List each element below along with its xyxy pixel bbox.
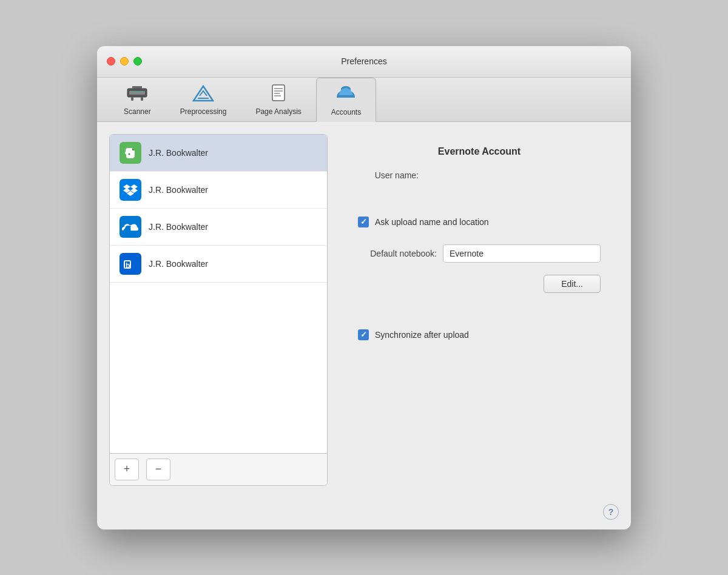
tab-page-analysis[interactable]: Page Analysis [241, 78, 315, 121]
account-detail-panel: Evernote Account User name: ✓ Ask upload… [340, 134, 619, 486]
svg-rect-8 [272, 85, 285, 101]
scanner-icon [126, 84, 148, 105]
account-name-dropbox: J.R. Bookwalter [149, 185, 208, 195]
account-item-dropbox[interactable]: J.R. Bookwalter [110, 172, 327, 209]
sync-checkmark-icon: ✓ [360, 330, 367, 339]
traffic-lights [107, 57, 142, 66]
tab-scanner-label: Scanner [124, 107, 151, 116]
minimize-button[interactable] [120, 57, 129, 66]
window-title: Preferences [341, 56, 386, 66]
checkmark-icon: ✓ [360, 217, 367, 226]
toolbar: Scanner Preprocessing [97, 78, 631, 122]
preferences-window: Preferences Scanner [97, 46, 631, 530]
sync-label: Synchronize after upload [375, 330, 469, 340]
account-name-onedrive: J.R. Bookwalter [149, 222, 208, 232]
default-notebook-row: Default notebook: [358, 244, 601, 263]
sync-after-upload-row[interactable]: ✓ Synchronize after upload [358, 329, 601, 340]
remove-account-button[interactable]: − [146, 459, 170, 480]
help-button[interactable]: ? [603, 504, 619, 520]
account-list: J.R. Bookwalter J.R. Bookwalter [110, 135, 327, 453]
close-button[interactable] [107, 57, 115, 66]
account-item-box[interactable]: b J.R. Bookwalter [110, 246, 327, 283]
accounts-sidebar: J.R. Bookwalter J.R. Bookwalter [109, 134, 328, 486]
svg-point-14 [129, 153, 130, 155]
default-notebook-input[interactable] [443, 244, 601, 263]
svg-rect-1 [129, 91, 145, 95]
dropbox-icon [120, 179, 141, 201]
tab-accounts-label: Accounts [331, 108, 361, 116]
content-area: J.R. Bookwalter J.R. Bookwalter [97, 122, 631, 498]
ask-upload-checkbox[interactable]: ✓ [358, 217, 369, 227]
svg-text:b: b [126, 261, 130, 270]
tab-preprocessing-label: Preprocessing [180, 107, 227, 116]
username-row: User name: [358, 170, 601, 180]
bottom-bar: ? [97, 498, 631, 530]
add-account-button[interactable]: + [115, 459, 139, 480]
sync-checkbox[interactable]: ✓ [358, 329, 369, 340]
svg-rect-4 [141, 97, 143, 101]
sidebar-controls: + − [110, 453, 327, 485]
panel-title: Evernote Account [358, 146, 601, 157]
svg-rect-2 [132, 86, 142, 89]
accounts-icon [334, 84, 357, 106]
maximize-button[interactable] [133, 57, 142, 66]
username-label: User name: [358, 170, 419, 180]
tab-accounts[interactable]: Accounts [316, 78, 376, 122]
account-name-evernote: J.R. Bookwalter [149, 148, 208, 158]
account-item-evernote[interactable]: J.R. Bookwalter [110, 135, 327, 172]
box-icon: b [120, 253, 141, 275]
ask-upload-label: Ask upload name and location [375, 217, 489, 227]
tab-scanner[interactable]: Scanner [109, 78, 166, 121]
edit-button[interactable]: Edit... [544, 275, 601, 293]
account-item-onedrive[interactable]: J.R. Bookwalter [110, 209, 327, 246]
edit-btn-row: Edit... [358, 275, 601, 293]
account-name-box: J.R. Bookwalter [149, 259, 208, 269]
evernote-icon [120, 142, 141, 164]
tab-page-analysis-label: Page Analysis [255, 107, 301, 116]
onedrive-icon [120, 216, 141, 238]
titlebar: Preferences [97, 46, 631, 78]
svg-rect-5 [130, 92, 144, 92]
svg-rect-3 [131, 97, 133, 101]
default-notebook-label: Default notebook: [358, 249, 437, 258]
page-analysis-icon [268, 84, 289, 105]
preprocessing-icon [192, 84, 214, 105]
tab-preprocessing[interactable]: Preprocessing [166, 78, 241, 121]
ask-upload-row[interactable]: ✓ Ask upload name and location [358, 217, 601, 227]
